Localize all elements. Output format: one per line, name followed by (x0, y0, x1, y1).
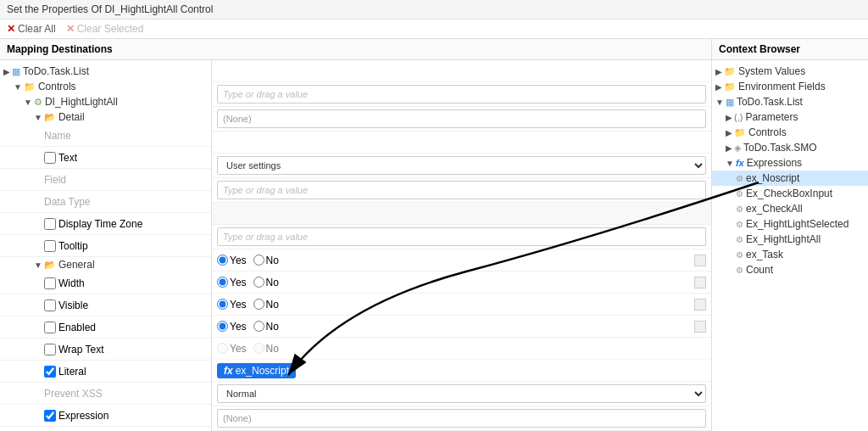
arrow-icon: ▶ (726, 143, 732, 153)
field-input[interactable] (217, 109, 706, 128)
title-bar: Set the Properties Of DI_HightLightAll C… (0, 0, 868, 20)
wraptext-value-row: Yes No (212, 294, 711, 316)
wraptext-radio-group: Yes No (217, 299, 279, 311)
content-area: Mapping Destinations ▶ ▦ ToDo.Task.List … (0, 39, 868, 431)
tooltip-value-container (217, 181, 706, 199)
values-column: User settings (212, 60, 711, 431)
list-icon: ▦ (726, 97, 734, 108)
left-panel: Mapping Destinations ▶ ▦ ToDo.Task.List … (0, 39, 712, 431)
expr-icon: ⚙ (736, 220, 743, 229)
ctx-todo-task-smo[interactable]: ▶ ◈ ToDo.Task.SMO (712, 140, 868, 155)
clear-selected-button[interactable]: ✕ Clear Selected (66, 23, 144, 35)
text-input[interactable] (217, 85, 706, 104)
format-input[interactable] (217, 409, 706, 428)
expression-tag[interactable]: fx ex_Noscript (217, 363, 296, 378)
context-browser-header: Context Browser (712, 39, 868, 60)
enabled-radio-group: Yes No (217, 277, 279, 288)
ctx-ex-hightlightall[interactable]: ⚙ Ex_HightLightAll (712, 232, 868, 247)
ctx-label: Controls (748, 126, 787, 138)
expression-value-row: fx ex_Noscript (212, 360, 711, 382)
visible-no[interactable]: No (253, 255, 279, 266)
datatype-value-row (212, 132, 711, 154)
arrow-icon: ▶ (3, 67, 10, 76)
literal-checkbox[interactable] (44, 366, 56, 378)
arrow-icon: ▶ (726, 128, 732, 137)
ctx-count[interactable]: ⚙ Count (712, 262, 868, 277)
visible-checkbox[interactable] (44, 299, 56, 311)
arrow-icon: ▼ (715, 98, 724, 107)
format-value-row (212, 406, 711, 431)
expression-checkbox[interactable] (44, 410, 56, 422)
tree-label: ToDo.Task.List (23, 65, 89, 77)
expr-icon: ⚙ (736, 250, 743, 260)
prop-preventxss-row: Prevent XSS (0, 383, 211, 405)
wraptext-no[interactable]: No (253, 299, 279, 311)
ctx-ex-hightlightselected[interactable]: ⚙ Ex_HightLightSelected (712, 216, 868, 232)
tz-checkbox[interactable] (44, 218, 56, 230)
visible-yes[interactable]: Yes (217, 255, 247, 266)
ctx-controls[interactable]: ▶ 📁 Controls (712, 125, 868, 140)
ctx-system-values[interactable]: ▶ 📁 System Values (712, 64, 868, 79)
ctx-ex-checkboxinput[interactable]: ⚙ Ex_CheckBoxInput (712, 186, 868, 201)
ctx-label: Environment Fields (738, 81, 826, 92)
field-value-row (212, 107, 711, 132)
tree-label: General (58, 259, 95, 271)
ctx-expressions[interactable]: ▼ fx Expressions (712, 155, 868, 171)
enabled-no[interactable]: No (253, 277, 279, 288)
tree-item-general[interactable]: ▼ 📂 General (0, 257, 211, 272)
ctx-ex-noscript[interactable]: ⚙ ex_Noscript (712, 171, 868, 186)
preventxss-yes: Yes (217, 343, 247, 355)
tooltip-checkbox[interactable] (44, 240, 56, 252)
ctx-label: Ex_HightLightSelected (746, 218, 849, 230)
prop-visible-row: Visible (0, 294, 211, 316)
visible-check-indicator (694, 255, 706, 266)
folder-icon: 📁 (724, 66, 736, 77)
arrow-icon: ▼ (34, 113, 42, 122)
wraptext-checkbox[interactable] (44, 344, 56, 355)
ctx-label: ex_CheckAll (746, 203, 803, 215)
tooltip-input[interactable] (217, 181, 706, 199)
ctx-environment-fields[interactable]: ▶ 📁 Environment Fields (712, 79, 868, 94)
ctx-ex-checkall[interactable]: ⚙ ex_CheckAll (712, 201, 868, 216)
tree-label: DI_HightLightAll (45, 96, 118, 108)
arrow-icon: ▶ (715, 82, 722, 92)
wraptext-value-container: Yes No (217, 299, 706, 311)
style-select[interactable]: Normal (217, 384, 706, 403)
format-value-container (217, 409, 706, 428)
list-icon: ▦ (12, 66, 20, 77)
ctx-ex-task[interactable]: ⚙ ex_Task (712, 247, 868, 262)
enabled-yes[interactable]: Yes (217, 277, 247, 288)
text-checkbox[interactable] (44, 152, 56, 164)
width-input[interactable] (217, 227, 706, 246)
tree-item-controls[interactable]: ▼ 📁 Controls (0, 79, 211, 94)
text-value-row (212, 82, 711, 107)
prop-expression-row: Expression (0, 405, 211, 427)
prop-datatype-row: Data Type (0, 191, 211, 213)
enabled-value-container: Yes No (217, 277, 706, 288)
tree-item-di[interactable]: ▼ ⚙ DI_HightLightAll (0, 94, 211, 109)
prop-field-row: Field (0, 169, 211, 191)
tree-item-todo[interactable]: ▶ ▦ ToDo.Task.List (0, 64, 211, 79)
enabled-value-row: Yes No (212, 271, 711, 294)
params-icon: (,) (734, 112, 743, 122)
wraptext-yes[interactable]: Yes (217, 299, 247, 311)
ctx-label: Ex_HightLightAll (746, 233, 821, 245)
literal-no[interactable]: No (253, 321, 279, 333)
arrow-icon: ▼ (24, 98, 32, 107)
tz-select[interactable]: User settings (217, 156, 706, 175)
tree-item-detail[interactable]: ▼ 📂 Detail (0, 109, 211, 125)
name-value-row (212, 60, 711, 82)
prop-enabled-row: Enabled (0, 316, 211, 339)
ctx-todo-task-list[interactable]: ▼ ▦ ToDo.Task.List (712, 94, 868, 109)
expr-icon: ⚙ (736, 174, 743, 183)
preventxss-value-container: Yes No (217, 343, 706, 355)
literal-radio-group: Yes No (217, 321, 279, 333)
prop-literal-row: Literal (0, 361, 211, 383)
ctx-parameters[interactable]: ▶ (,) Parameters (712, 109, 868, 125)
clear-all-button[interactable]: ✕ Clear All (7, 23, 56, 35)
width-checkbox[interactable] (44, 277, 56, 289)
tz-value-container: User settings (217, 156, 706, 175)
literal-yes[interactable]: Yes (217, 321, 247, 333)
ctx-label: System Values (738, 65, 805, 77)
enabled-checkbox[interactable] (44, 322, 56, 333)
